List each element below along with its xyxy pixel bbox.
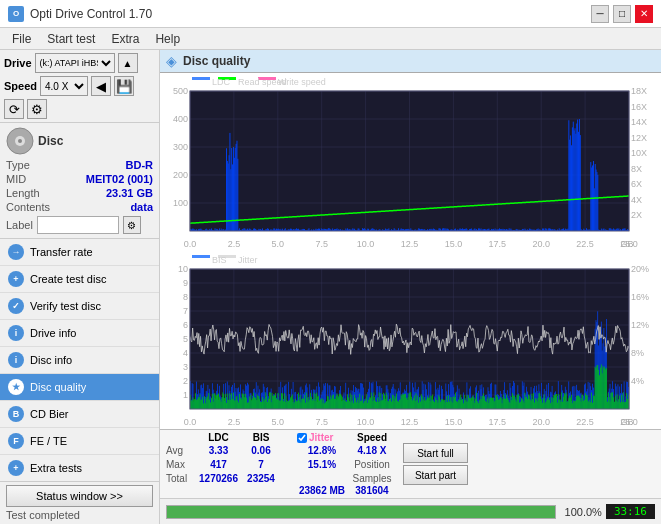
max-bis: 7 [241, 457, 281, 471]
nav-label-create: Create test disc [30, 273, 106, 285]
speed-decrease-btn[interactable]: ◀ [91, 76, 111, 96]
nav-label-fe-te: FE / TE [30, 435, 67, 447]
mid-value: MEIT02 (001) [86, 173, 153, 185]
progress-bar-container [166, 505, 556, 519]
label-label: Label [6, 219, 33, 231]
progress-row: 100.0% 33:16 [160, 498, 661, 524]
disc-label-btn[interactable]: ⚙ [123, 216, 141, 234]
samples-value: 381604 [347, 485, 397, 496]
refresh-btn[interactable]: ⟳ [4, 99, 24, 119]
title-bar: O Opti Drive Control 1.70 ─ □ ✕ [0, 0, 661, 28]
progress-bar-fill [167, 506, 555, 518]
svg-point-2 [18, 139, 22, 143]
nav-icon-drive: i [8, 325, 24, 341]
nav-label-transfer: Transfer rate [30, 246, 93, 258]
start-full-btn[interactable]: Start full [403, 443, 468, 463]
mid-label: MID [6, 173, 26, 185]
position-value: 23862 MB [297, 485, 347, 496]
nav-disc-quality[interactable]: ★ Disc quality [0, 374, 159, 401]
stats-table: LDC BIS Jitter Speed Avg [166, 432, 468, 496]
disc-info-panel: Disc Type BD-R MID MEIT02 (001) Length 2… [0, 123, 159, 239]
menu-start-test[interactable]: Start test [39, 30, 103, 48]
contents-label: Contents [6, 201, 50, 213]
charts-area [160, 73, 661, 429]
save-btn[interactable]: 💾 [114, 76, 134, 96]
speed-label: Speed [4, 80, 37, 92]
type-value: BD-R [126, 159, 154, 171]
window-controls: ─ □ ✕ [591, 5, 653, 23]
nav-cd-bier[interactable]: B CD Bier [0, 401, 159, 428]
close-button[interactable]: ✕ [635, 5, 653, 23]
nav-label-extra: Extra tests [30, 462, 82, 474]
chart-title: Disc quality [183, 54, 250, 68]
samples-label: Samples [353, 473, 392, 484]
app-icon: O [8, 6, 24, 22]
length-label: Length [6, 187, 40, 199]
status-window-btn[interactable]: Status window >> [6, 485, 153, 507]
progress-pct: 100.0% [560, 506, 602, 518]
disc-icon [6, 127, 34, 155]
nav-verify-test-disc[interactable]: ✓ Verify test disc [0, 293, 159, 320]
start-part-btn[interactable]: Start part [403, 465, 468, 485]
nav-transfer-rate[interactable]: → Transfer rate [0, 239, 159, 266]
nav-drive-info[interactable]: i Drive info [0, 320, 159, 347]
main-chart [160, 73, 661, 429]
jitter-col-header: Jitter [297, 432, 347, 443]
nav-icon-create: + [8, 271, 24, 287]
app-title: Opti Drive Control 1.70 [30, 7, 152, 21]
stats-row: LDC BIS Jitter Speed Avg [160, 429, 661, 498]
avg-ldc: 3.33 [196, 443, 241, 457]
avg-bis: 0.06 [241, 443, 281, 457]
drive-label: Drive [4, 57, 32, 69]
nav-label-disc-info: Disc info [30, 354, 72, 366]
nav-icon-disc-quality: ★ [8, 379, 24, 395]
max-ldc: 417 [196, 457, 241, 471]
disc-label-input[interactable] [37, 216, 119, 234]
total-ldc: 1270266 [196, 471, 241, 485]
nav-icon-transfer: → [8, 244, 24, 260]
max-jitter: 15.1% [297, 457, 347, 471]
config-btn[interactable]: ⚙ [27, 99, 47, 119]
nav-icon-verify: ✓ [8, 298, 24, 314]
speed-selector[interactable]: 4.0 X [40, 76, 88, 96]
nav-icon-fe-te: F [8, 433, 24, 449]
sidebar-nav: → Transfer rate + Create test disc ✓ Ver… [0, 239, 159, 481]
nav-label-cd-bier: CD Bier [30, 408, 69, 420]
nav-fe-te[interactable]: F FE / TE [0, 428, 159, 455]
eject-button[interactable]: ▲ [118, 53, 138, 73]
menu-help[interactable]: Help [147, 30, 188, 48]
menu-bar: File Start test Extra Help [0, 28, 661, 50]
right-panel: ◈ Disc quality LDC BIS [160, 50, 661, 524]
max-label: Max [166, 457, 196, 471]
jitter-checkbox[interactable] [297, 433, 307, 443]
total-bis: 23254 [241, 471, 281, 485]
chart-icon: ◈ [166, 53, 177, 69]
speed-col-header: Speed [347, 432, 397, 443]
total-label: Total [166, 471, 196, 485]
nav-create-test-disc[interactable]: + Create test disc [0, 266, 159, 293]
ldc-header: LDC [196, 432, 241, 443]
status-bar-area: Status window >> Test completed [0, 481, 159, 524]
disc-section-label: Disc [38, 134, 63, 148]
menu-extra[interactable]: Extra [103, 30, 147, 48]
avg-label: Avg [166, 443, 196, 457]
avg-jitter: 12.8% [297, 443, 347, 457]
nav-icon-disc-info: i [8, 352, 24, 368]
nav-disc-info[interactable]: i Disc info [0, 347, 159, 374]
avg-speed: 4.18 X [347, 443, 397, 457]
drive-selector[interactable]: (k:) ATAPI iHBS112 2 CL0K [35, 53, 115, 73]
nav-extra-tests[interactable]: + Extra tests [0, 455, 159, 481]
status-text: Test completed [6, 509, 153, 521]
type-label: Type [6, 159, 30, 171]
chart-header: ◈ Disc quality [160, 50, 661, 73]
maximize-button[interactable]: □ [613, 5, 631, 23]
contents-value: data [130, 201, 153, 213]
minimize-button[interactable]: ─ [591, 5, 609, 23]
main-layout: Drive (k:) ATAPI iHBS112 2 CL0K ▲ Speed … [0, 50, 661, 524]
jitter-label: Jitter [309, 432, 333, 443]
menu-file[interactable]: File [4, 30, 39, 48]
left-panel: Drive (k:) ATAPI iHBS112 2 CL0K ▲ Speed … [0, 50, 160, 524]
nav-icon-extra: + [8, 460, 24, 476]
bis-header: BIS [241, 432, 281, 443]
nav-label-verify: Verify test disc [30, 300, 101, 312]
